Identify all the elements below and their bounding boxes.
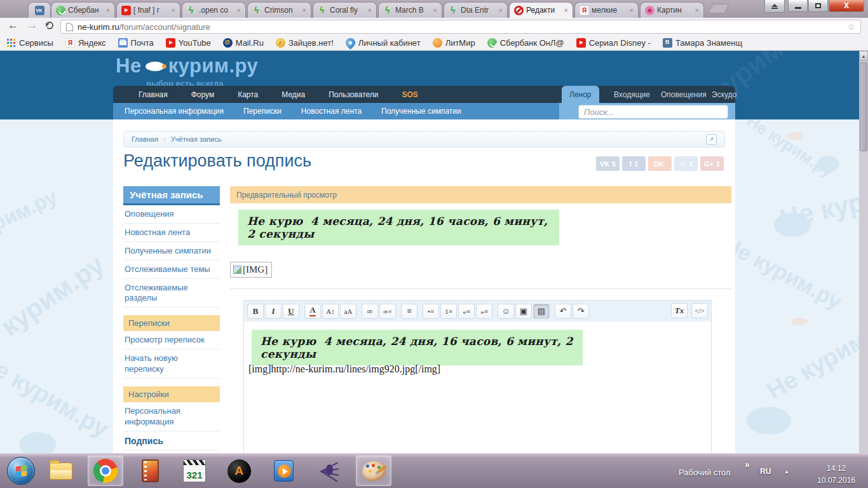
- tab-close-icon[interactable]: ×: [368, 6, 372, 14]
- bookmark-services[interactable]: Сервисы: [6, 38, 53, 48]
- tab-close-icon[interactable]: ×: [302, 6, 306, 14]
- user-tab-alerts[interactable]: Оповещения: [661, 86, 707, 103]
- user-tab-inbox[interactable]: Входящие: [614, 86, 650, 103]
- sidebar-link-view-conversations[interactable]: Просмотр переписок: [123, 331, 220, 349]
- subnav-conversations[interactable]: Переписки: [243, 107, 281, 116]
- nav-item-sos[interactable]: SOS: [402, 90, 418, 99]
- facebook-share-button[interactable]: f1: [622, 156, 646, 171]
- remove-formatting-button[interactable]: Tx: [671, 303, 688, 318]
- browser-tab[interactable]: Картин ×: [640, 2, 704, 18]
- font-size-button[interactable]: A↕: [322, 304, 339, 319]
- bookmark-star-icon[interactable]: ☆: [847, 22, 855, 32]
- indent-button[interactable]: »≡: [476, 304, 492, 319]
- sidebar-link-start-conversation[interactable]: Начать новую переписку: [123, 349, 220, 379]
- sidebar-link-alerts[interactable]: Оповещения: [123, 205, 220, 224]
- window-maximize-button[interactable]: [808, 0, 828, 12]
- remove-link-button[interactable]: ∞×: [379, 304, 396, 319]
- window-minimize-button[interactable]: [788, 0, 808, 12]
- googleplus-share-button[interactable]: G+1: [700, 156, 724, 171]
- taskbar-mpc-button[interactable]: 321: [177, 456, 212, 486]
- bbcode-editor-button[interactable]: </>: [691, 303, 708, 318]
- bookmark-cabinet[interactable]: Личный кабинет: [346, 38, 421, 48]
- taskbar-chrome-button[interactable]: [88, 456, 123, 486]
- new-tab-button[interactable]: [708, 4, 729, 13]
- moimir-share-button[interactable]: ☺1: [674, 156, 698, 171]
- browser-tab[interactable]: March B ×: [378, 2, 442, 18]
- toolbar-chevron-icon[interactable]: »: [745, 459, 750, 470]
- subnav-personal-info[interactable]: Персональная информация: [125, 107, 224, 116]
- nav-item-users[interactable]: Пользователи: [329, 90, 378, 99]
- system-clock[interactable]: 14:12 10.07.2016: [813, 463, 859, 486]
- browser-tab[interactable]: Crimson ×: [247, 2, 311, 18]
- insert-media-button[interactable]: ▤: [533, 304, 550, 319]
- bookmark-litmir[interactable]: ЛитМир: [433, 38, 475, 48]
- bookmark-tamara[interactable]: Тамара Знаменщ: [663, 38, 742, 48]
- browser-tab[interactable]: Dta Entr ×: [444, 2, 508, 18]
- sidebar-link-watched-threads[interactable]: Отслеживаемые темы: [123, 261, 220, 279]
- tab-close-icon[interactable]: ×: [564, 6, 568, 14]
- tab-close-icon[interactable]: ×: [106, 6, 110, 14]
- taskbar-media-player-button[interactable]: [266, 456, 301, 486]
- alignment-button[interactable]: ≡: [401, 304, 417, 319]
- insert-image-button[interactable]: ▣: [515, 304, 532, 319]
- browser-tab-pinned-vk[interactable]: [28, 2, 51, 18]
- nav-item-map[interactable]: Карта: [238, 90, 258, 99]
- desktop-toolbar-label[interactable]: Рабочий стол: [679, 468, 731, 477]
- page-scrollbar[interactable]: ▲: [859, 51, 868, 453]
- browser-tab[interactable]: мелкие ×: [574, 2, 639, 18]
- url-text[interactable]: ne-kurim.ru/forum/account/signature: [78, 22, 210, 32]
- tab-close-icon[interactable]: ×: [237, 6, 241, 14]
- sidebar-link-personal-info[interactable]: Персональная информация: [123, 402, 220, 431]
- bold-button[interactable]: B: [247, 304, 264, 319]
- window-close-button[interactable]: X: [829, 0, 864, 12]
- forward-button[interactable]: →: [27, 19, 37, 32]
- bookmark-mail[interactable]: Почта: [118, 38, 154, 48]
- bookmark-youtube[interactable]: YouTube: [166, 38, 211, 48]
- scrollbar-thumb[interactable]: [860, 62, 867, 151]
- search-input[interactable]: [578, 105, 728, 119]
- outdent-button[interactable]: «≡: [458, 304, 475, 319]
- nav-item-home[interactable]: Главная: [139, 90, 168, 99]
- tab-close-icon[interactable]: ×: [499, 6, 503, 14]
- taskbar-explorer-button[interactable]: [43, 456, 79, 486]
- share-icon[interactable]: ↗: [706, 134, 717, 145]
- bookmark-zaycev[interactable]: Зайцев.нет!: [276, 38, 334, 48]
- nav-item-media[interactable]: Медиа: [281, 90, 305, 99]
- tab-close-icon[interactable]: ×: [630, 6, 634, 14]
- underline-button[interactable]: U: [283, 304, 299, 319]
- subnav-news-feed[interactable]: Новостная лента: [301, 107, 362, 116]
- sidebar-link-likes[interactable]: Полученные симпатии: [123, 242, 220, 261]
- browser-tab[interactable]: [ fnaf ] r ×: [116, 2, 180, 18]
- breadcrumb-home[interactable]: Главная: [132, 135, 158, 143]
- bullet-list-button[interactable]: •≡: [423, 304, 439, 319]
- bookmark-yandex[interactable]: Яндекс: [65, 38, 106, 48]
- back-button[interactable]: ←: [8, 19, 18, 32]
- site-logo[interactable]: Некурим.ру: [116, 55, 258, 78]
- taskbar-video-editor-button[interactable]: [132, 456, 168, 486]
- redo-button[interactable]: ↷: [573, 304, 589, 319]
- editor-content[interactable]: Не курю 4 месяца, 24 дня, 16 часов, 6 ми…: [244, 322, 711, 453]
- address-bar[interactable]: ne-kurim.ru/forum/account/signature ☆: [60, 20, 861, 34]
- language-indicator[interactable]: RU: [760, 467, 771, 476]
- numbered-list-button[interactable]: 1≡: [440, 304, 457, 319]
- sidebar-link-contact-info[interactable]: Контактная информация: [123, 451, 220, 453]
- breadcrumb-account[interactable]: Учётная запись: [171, 135, 222, 143]
- taskbar-aimp-button[interactable]: A: [221, 456, 257, 486]
- sidebar-link-news-feed[interactable]: Новостная лента: [123, 224, 220, 242]
- scroll-up-arrow-icon[interactable]: ▲: [859, 51, 868, 61]
- italic-button[interactable]: I: [265, 304, 281, 319]
- bookmark-sberbank[interactable]: Сбербанк ОнЛ@: [487, 38, 564, 48]
- odnoklassniki-share-button[interactable]: OK: [648, 156, 672, 171]
- bbcode-text[interactable]: [img]http://ne-kurim.ru/lines/img920.jpg…: [248, 363, 440, 375]
- undo-button[interactable]: ↶: [555, 304, 571, 319]
- bookmark-mailru[interactable]: Mail.Ru: [223, 38, 264, 48]
- reload-button[interactable]: [46, 22, 53, 29]
- font-family-button[interactable]: aA: [340, 304, 356, 319]
- tab-close-icon[interactable]: ×: [172, 6, 175, 14]
- taskbar-spider-solitaire-button[interactable]: [311, 456, 347, 486]
- taskbar-paint-button[interactable]: [356, 456, 391, 486]
- text-color-button[interactable]: A: [304, 304, 321, 319]
- sidebar-link-signature[interactable]: Подпись: [123, 431, 220, 451]
- user-tab-eskudo[interactable]: Эскудо: [712, 86, 736, 103]
- vk-share-button[interactable]: VK5: [596, 156, 620, 171]
